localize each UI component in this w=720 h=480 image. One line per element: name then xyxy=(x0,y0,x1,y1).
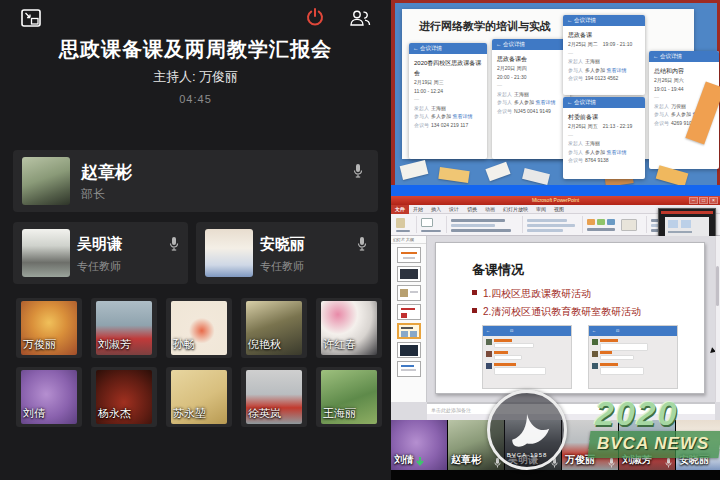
minimize-icon: – xyxy=(689,197,698,204)
slide-thumbnail xyxy=(397,266,421,282)
participant-card[interactable]: 安晓丽 专任教师 xyxy=(196,222,378,284)
share-top-screenshot: 进行网络教学的培训与实战 ← 会议详情 2020春四校区思政课备课会 2月19日… xyxy=(391,0,720,185)
pip-layout-icon-glyph xyxy=(21,9,41,27)
participant-name: 杨永杰 xyxy=(98,406,131,421)
card-header: ← 会议详情 xyxy=(649,51,719,62)
ribbon-group-slides xyxy=(417,216,447,233)
slide-thumbnail-selected xyxy=(397,323,421,339)
participant-name: 倪艳秋 xyxy=(248,337,281,352)
participant-name: 赵章彬 xyxy=(81,161,132,184)
ppt-tab: 切换 xyxy=(463,205,481,214)
ribbon-group-paragraph xyxy=(523,216,583,233)
slide-chat-screenshot: ← ⊡ xyxy=(588,325,678,389)
maximize-icon: □ xyxy=(699,197,708,204)
mic-icon[interactable] xyxy=(352,163,364,179)
paper-illustration xyxy=(438,167,469,183)
ribbon-group-drawing xyxy=(583,216,647,233)
participant-role: 专任教师 xyxy=(77,259,121,274)
shared-screen-video[interactable]: 进行网络教学的培训与实战 ← 会议详情 2020春四校区思政课备课会 2月19日… xyxy=(391,0,720,480)
participant-name: 赵章彬 xyxy=(451,453,481,467)
chat-header: ← ⊡ xyxy=(589,326,677,336)
meeting-detail-card: ← 会议详情 思政备课 2月25日 周二 19:09 - 21:10 — 发起人… xyxy=(563,15,645,95)
participant-name: 安晓丽 xyxy=(260,235,305,254)
bottom-black-bar xyxy=(391,470,720,480)
participant-name: 刘倩 xyxy=(23,406,45,421)
participant-name: 万俊丽 xyxy=(23,337,56,352)
ppt-tab: 开始 xyxy=(409,205,427,214)
participant-name: 王海丽 xyxy=(323,406,356,421)
participant-role: 专任教师 xyxy=(260,259,304,274)
card-header: ← 会议详情 xyxy=(563,15,645,26)
filmstrip-tile: 刘倩 xyxy=(391,420,448,470)
participant-tile[interactable]: 万俊丽 xyxy=(16,298,82,358)
ribbon-group-font xyxy=(447,216,523,233)
participant-name: 苏永堃 xyxy=(173,406,206,421)
card-header: ← 会议详情 xyxy=(409,43,487,54)
slide-bullet: 1.四校区思政课教研活动 xyxy=(472,287,591,301)
participant-tile[interactable]: 徐英岚 xyxy=(241,367,307,427)
emblem-text: BVCA·1958 xyxy=(490,452,564,458)
meeting-detail-card: ← 会议详情 思政备课会 2月20日 周四 20:00 - 21:30 — 发起… xyxy=(492,39,570,159)
participants-icon xyxy=(348,8,372,28)
slide-chat-screenshot: ← ⊡ xyxy=(482,325,572,389)
participant-tile[interactable]: 杨永杰 xyxy=(91,367,157,427)
participant-name: 孙畅 xyxy=(173,337,195,352)
meeting-host: 主持人: 万俊丽 xyxy=(0,68,391,86)
watermark-year: 2020 xyxy=(595,394,679,433)
watermark-news-text: BVCA NEWS xyxy=(597,434,709,454)
meeting-panel: 思政课备课及两周教学汇报会 主持人: 万俊丽 04:45 赵章彬 部长 吴明谦 … xyxy=(0,0,391,480)
participant-tile[interactable]: 孙畅 xyxy=(166,298,232,358)
ppt-tab: 审阅 xyxy=(532,205,550,214)
slide-pane-tabs: 幻灯片 大纲 xyxy=(391,236,426,244)
participants-button[interactable] xyxy=(348,8,372,28)
ppt-vertical-scrollbar xyxy=(715,236,720,402)
powerpoint-window: Microsoft PowerPoint – □ × 文件 开始 插入 设计 切… xyxy=(391,196,720,420)
slide-thumbnail xyxy=(397,361,421,377)
participant-tile[interactable]: 倪艳秋 xyxy=(241,298,307,358)
share-page-title: 进行网络教学的培训与实战 xyxy=(419,19,551,34)
avatar xyxy=(22,157,70,205)
participant-name: 吴明谦 xyxy=(77,235,122,254)
paper-illustration xyxy=(400,160,429,180)
bullet-square xyxy=(472,308,477,313)
ppt-body: 幻灯片 大纲 备课情况 1.四校区思政课教研活动 2.清河校区通识教育教研室教研… xyxy=(391,236,720,420)
ppt-tab: 设计 xyxy=(445,205,463,214)
mic-icon[interactable] xyxy=(168,236,180,252)
paper-illustration xyxy=(522,168,550,185)
slide-thumbnail xyxy=(397,304,421,320)
participant-name: 许红春 xyxy=(323,337,356,352)
ppt-tab: 幻灯片放映 xyxy=(499,205,532,214)
ppt-tab-file: 文件 xyxy=(391,205,409,214)
ppt-tab: 动画 xyxy=(481,205,499,214)
participant-tile[interactable]: 王海丽 xyxy=(316,367,382,427)
share-blue-strip xyxy=(391,185,720,196)
preview-titlebar xyxy=(661,211,713,214)
emblem-glyph xyxy=(490,399,564,451)
mic-icon[interactable] xyxy=(356,236,368,252)
ppt-tab: 插入 xyxy=(427,205,445,214)
slide-thumbnail xyxy=(397,247,421,263)
participant-tile[interactable]: 许红春 xyxy=(316,298,382,358)
participant-name: 徐英岚 xyxy=(248,406,281,421)
avatar xyxy=(205,229,253,277)
meeting-detail-card: ← 会议详情 村委前备课 2月26日 周五 21:13 - 22:19 — 发起… xyxy=(563,97,645,179)
meeting-timer: 04:45 xyxy=(0,93,391,105)
participant-card[interactable]: 吴明谦 专任教师 xyxy=(13,222,188,284)
participant-tile[interactable]: 刘倩 xyxy=(16,367,82,427)
card-header: ← 会议详情 xyxy=(563,97,645,108)
ppt-tab: 视图 xyxy=(550,205,568,214)
participant-tile[interactable]: 刘淑芳 xyxy=(91,298,157,358)
chat-header: ← ⊡ xyxy=(483,326,571,336)
slide-thumbnail xyxy=(397,342,421,358)
slide-thumbnail xyxy=(397,285,421,301)
school-emblem-watermark: BVCA·1958 xyxy=(487,390,567,470)
meeting-app-window: 思政课备课及两周教学汇报会 主持人: 万俊丽 04:45 赵章彬 部长 吴明谦 … xyxy=(0,0,720,480)
participant-card-featured[interactable]: 赵章彬 部长 xyxy=(13,150,378,212)
slide-heading: 备课情况 xyxy=(472,261,524,279)
power-icon xyxy=(305,7,325,27)
slide-bullet: 2.清河校区通识教育教研室教研活动 xyxy=(472,305,641,319)
card-header: ← 会议详情 xyxy=(492,39,570,50)
power-leave-button[interactable] xyxy=(305,7,325,27)
pip-layout-icon[interactable] xyxy=(21,9,41,27)
participant-tile[interactable]: 苏永堃 xyxy=(166,367,232,427)
